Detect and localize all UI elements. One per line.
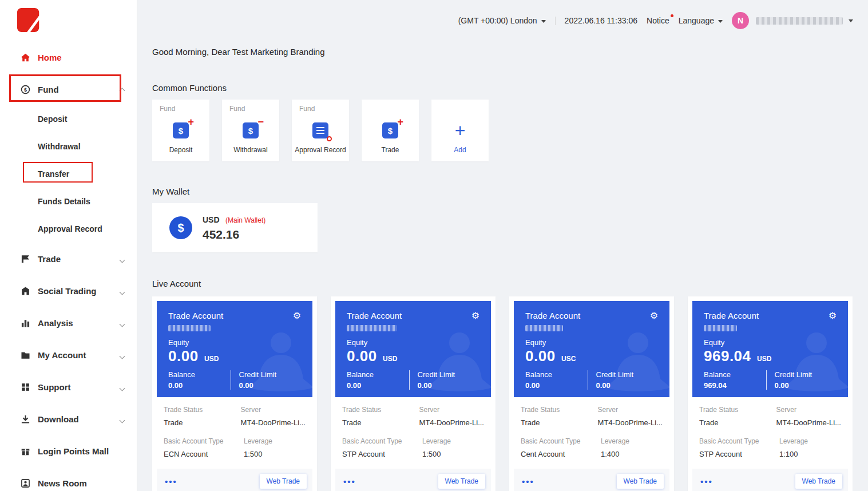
account-summary-panel: Trade Account ⚙ Equity 0.00 USD Balance … bbox=[157, 301, 312, 397]
account-card-title: Trade Account bbox=[168, 311, 223, 320]
account-summary-panel: Trade Account ⚙ Equity 969.04 USD Balanc… bbox=[692, 301, 848, 397]
trade-status-value: Trade bbox=[342, 418, 419, 427]
leverage-value: 1:500 bbox=[244, 450, 306, 458]
account-details: Trade Status Trade Server MT4-DooPrime-L… bbox=[157, 397, 312, 458]
equity-currency: USD bbox=[383, 355, 397, 363]
account-summary-panel: Trade Account ⚙ Equity 0.00 USC Balance … bbox=[514, 301, 669, 397]
balance-label: Balance bbox=[168, 370, 231, 379]
chevron-down-icon bbox=[541, 20, 546, 23]
server-label: Server bbox=[241, 406, 306, 414]
account-type-value: STP Account bbox=[342, 450, 422, 458]
more-options-icon[interactable]: ••• bbox=[165, 477, 177, 486]
function-card-deposit[interactable]: Fund $+ Deposit bbox=[152, 100, 209, 161]
trade-status-value: Trade bbox=[164, 418, 241, 427]
chevron-down-icon bbox=[120, 318, 124, 328]
sidebar-subitem-funds-details[interactable]: Funds Details bbox=[0, 188, 137, 215]
sidebar-item-fund[interactable]: $ Fund bbox=[0, 73, 137, 105]
sidebar-subitem-withdrawal[interactable]: Withdrawal bbox=[0, 133, 137, 160]
gear-icon[interactable]: ⚙ bbox=[829, 311, 837, 320]
sidebar-item-my-account[interactable]: My Account bbox=[0, 339, 137, 371]
sidebar-item-label: Social Trading bbox=[38, 286, 97, 296]
sidebar-item-home[interactable]: Home bbox=[0, 41, 137, 73]
download-icon bbox=[21, 414, 30, 424]
server-value: MT4-DooPrime-Li... bbox=[419, 418, 484, 427]
account-number-redacted bbox=[347, 325, 397, 331]
credit-limit-value: 0.00 bbox=[596, 381, 659, 390]
live-account-row: Trade Account ⚙ Equity 0.00 USD Balance … bbox=[152, 296, 853, 491]
greeting-text: Good Morning, Dear Test Marketing Brandi… bbox=[152, 47, 853, 57]
account-type-label: Basic Account Type bbox=[164, 437, 244, 445]
username-redacted[interactable] bbox=[756, 17, 843, 25]
equity-value: 0.00 bbox=[168, 347, 199, 365]
live-account-card: Trade Account ⚙ Equity 969.04 USD Balanc… bbox=[688, 296, 853, 491]
sidebar-item-news-room[interactable]: News Room bbox=[0, 467, 137, 491]
news-room-icon bbox=[21, 478, 30, 488]
sidebar-item-login-points-mall[interactable]: Login Points Mall bbox=[0, 435, 137, 467]
function-card-trade[interactable]: $+ Trade bbox=[362, 100, 419, 161]
equity-currency: USC bbox=[561, 355, 576, 363]
sidebar-subitem-transfer[interactable]: Transfer bbox=[0, 160, 137, 188]
function-card-approval-record[interactable]: Fund Approval Record bbox=[292, 100, 349, 161]
sidebar-item-social-trading[interactable]: Social Trading bbox=[0, 275, 137, 307]
web-trade-button[interactable]: Web Trade bbox=[260, 474, 307, 489]
sidebar-item-download[interactable]: Download bbox=[0, 403, 137, 435]
sidebar-item-label: Analysis bbox=[38, 318, 73, 328]
sidebar-subitem-approval-record[interactable]: Approval Record bbox=[0, 215, 137, 243]
sidebar-nav: Home $ Fund Deposit Withdrawal Transfer … bbox=[0, 41, 137, 491]
web-trade-button[interactable]: Web Trade bbox=[438, 474, 485, 489]
account-card-footer: ••• Web Trade bbox=[157, 469, 312, 491]
sidebar: Home $ Fund Deposit Withdrawal Transfer … bbox=[0, 0, 137, 491]
list-lines-icon bbox=[316, 127, 324, 134]
web-trade-button[interactable]: Web Trade bbox=[795, 474, 842, 489]
chevron-down-icon bbox=[718, 20, 723, 23]
avatar[interactable]: N bbox=[732, 12, 749, 29]
more-options-icon[interactable]: ••• bbox=[343, 477, 356, 486]
trade-status-value: Trade bbox=[699, 418, 776, 427]
gear-icon[interactable]: ⚙ bbox=[471, 311, 479, 320]
wallet-currency: USD bbox=[203, 215, 220, 224]
sidebar-item-label: Support bbox=[38, 382, 71, 392]
more-options-icon[interactable]: ••• bbox=[700, 477, 713, 486]
leverage-label: Leverage bbox=[422, 437, 484, 445]
credit-limit-label: Credit Limit bbox=[775, 370, 837, 379]
chevron-down-icon[interactable] bbox=[849, 19, 853, 22]
function-card-add[interactable]: + Add bbox=[431, 100, 489, 161]
trade-status-value: Trade bbox=[521, 418, 598, 427]
gear-icon[interactable]: ⚙ bbox=[650, 311, 658, 320]
language-selector[interactable]: Language bbox=[679, 16, 723, 25]
balance-label: Balance bbox=[525, 370, 588, 379]
function-label: Trade bbox=[362, 146, 419, 154]
web-trade-button[interactable]: Web Trade bbox=[617, 474, 664, 489]
home-icon bbox=[21, 53, 30, 62]
sidebar-item-label: Login Points Mall bbox=[38, 446, 109, 456]
dollar-circle-icon: $ bbox=[169, 216, 192, 239]
sidebar-subitem-deposit[interactable]: Deposit bbox=[0, 105, 137, 133]
account-details: Trade Status Trade Server MT4-DooPrime-L… bbox=[514, 397, 669, 458]
sidebar-item-analysis[interactable]: Analysis bbox=[0, 307, 137, 339]
timezone-label: (GMT +00:00) London bbox=[458, 16, 537, 25]
brand-logo[interactable] bbox=[0, 0, 137, 41]
account-type-value: ECN Account bbox=[164, 450, 244, 458]
magnifier-badge-icon bbox=[327, 136, 332, 141]
timezone-selector[interactable]: (GMT +00:00) London bbox=[458, 16, 546, 25]
wallet-card[interactable]: $ USD (Main Wallet) 452.16 bbox=[152, 203, 318, 252]
more-options-icon[interactable]: ••• bbox=[522, 477, 534, 486]
section-title-my-wallet: My Wallet bbox=[152, 187, 853, 196]
credit-limit-value: 0.00 bbox=[775, 381, 837, 390]
notice-link[interactable]: Notice bbox=[647, 16, 669, 25]
sidebar-item-trade[interactable]: Trade bbox=[0, 243, 137, 275]
chevron-down-icon bbox=[120, 414, 124, 424]
trade-status-label: Trade Status bbox=[342, 406, 419, 414]
trade-status-label: Trade Status bbox=[699, 406, 776, 414]
gear-icon[interactable]: ⚙ bbox=[293, 311, 301, 320]
datetime-display: 2022.06.16 11:33:06 bbox=[565, 16, 637, 25]
server-label: Server bbox=[419, 406, 484, 414]
account-card-footer: ••• Web Trade bbox=[335, 469, 491, 491]
leverage-label: Leverage bbox=[244, 437, 306, 445]
section-title-live-account: Live Account bbox=[152, 279, 853, 288]
function-card-withdrawal[interactable]: Fund $− Withdrawal bbox=[222, 100, 279, 161]
sidebar-item-support[interactable]: Support bbox=[0, 371, 137, 403]
credit-limit-label: Credit Limit bbox=[596, 370, 659, 379]
chevron-up-icon bbox=[120, 85, 124, 94]
function-label: Add bbox=[431, 146, 489, 154]
